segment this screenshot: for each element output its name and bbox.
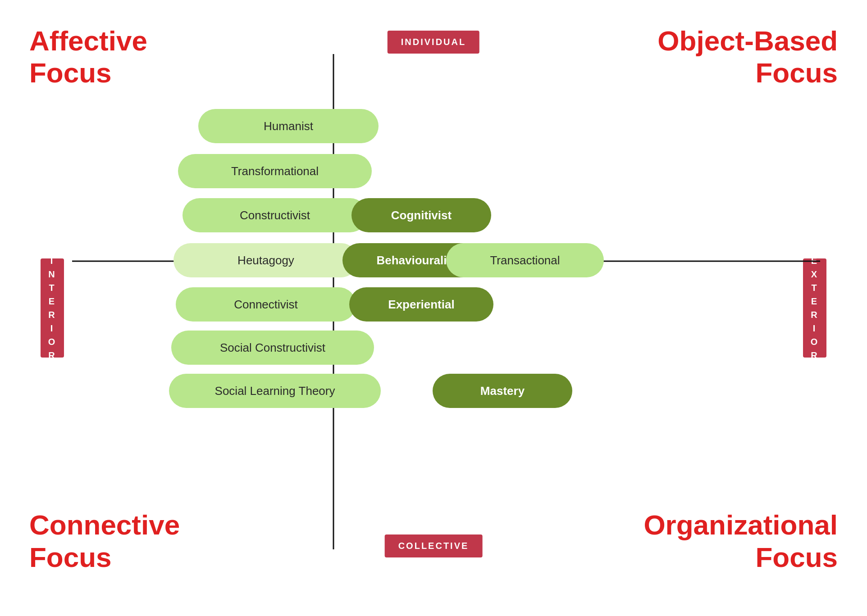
- behaviouralist-label: Behaviouralist: [376, 254, 457, 267]
- cognitivist-label: Cognitivist: [391, 208, 452, 222]
- transactional-label: Transactional: [490, 254, 560, 267]
- transformational-label: Transformational: [231, 164, 319, 178]
- diagram-svg: Humanist Transformational Constructivist…: [0, 0, 867, 616]
- heutagogy-label: Heutagogy: [237, 254, 294, 267]
- social-learning-theory-label: Social Learning Theory: [215, 384, 335, 398]
- constructivist-label: Constructivist: [240, 208, 310, 222]
- social-constructivist-label: Social Constructivist: [220, 341, 326, 354]
- humanist-label: Humanist: [264, 119, 314, 133]
- connectivist-label: Connectivist: [234, 298, 298, 311]
- experiential-label: Experiential: [388, 298, 454, 311]
- mastery-label: Mastery: [480, 384, 525, 398]
